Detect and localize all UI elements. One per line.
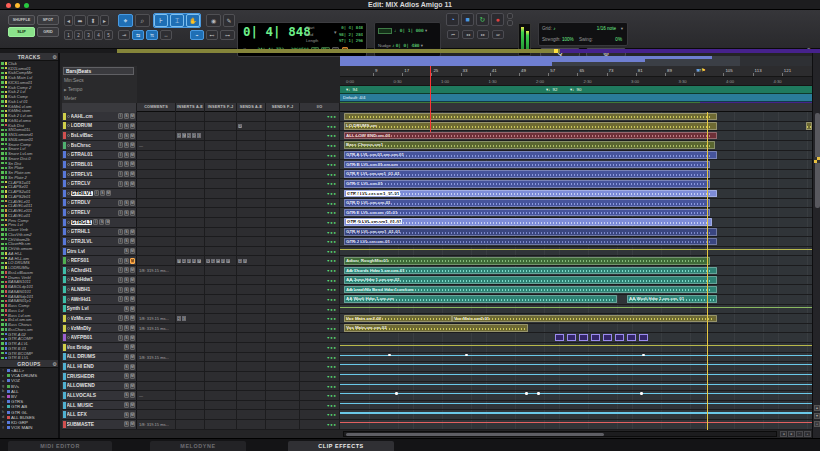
bottom-tab-midi-editor[interactable]: MIDI EDITOR [8,441,112,451]
automation-line[interactable] [340,374,812,375]
hzoom-in-icon[interactable]: + [804,431,811,437]
ruler-tempo-label[interactable]: ▶ Tempo [64,87,82,92]
horizontal-zoom-button[interactable]: ⬌ [74,15,86,26]
track-name-column-header[interactable] [62,103,137,112]
record-enable-icon[interactable] [67,211,70,214]
automation-line[interactable] [340,422,812,423]
insert-slot[interactable]: 2 [182,259,186,264]
solo-button[interactable]: S [124,277,129,283]
sends-fj-cell[interactable] [266,305,300,314]
tempo-ruler[interactable]: ▾♩94▾♩92▾♩90 [340,86,812,94]
sends-fj-cell[interactable] [266,353,300,362]
clip-gain-toggle-button[interactable]: ⊶ [220,30,235,40]
inserts-fj-cell[interactable] [205,247,237,256]
record-enable-icon[interactable] [67,115,70,118]
track-lane[interactable] [340,247,812,256]
sends-ae-cell[interactable] [237,141,266,150]
horizontal-scrollbar[interactable] [343,431,777,437]
inserts-fj-cell[interactable] [205,382,237,391]
track-lane[interactable]: GTR C LVL.cm-01 [340,179,812,188]
track-comment-cell[interactable]: — [137,391,176,400]
solo-button[interactable]: S [124,161,129,167]
input-monitor-button[interactable]: I [118,277,123,283]
io-cell[interactable]: ▾●● [300,151,340,160]
insert-slot[interactable]: M [182,133,186,138]
io-cell[interactable]: ▾●● [300,208,340,217]
solo-button[interactable]: S [124,421,129,427]
transport-option-b-button[interactable] [507,20,513,26]
io-cell[interactable]: ▾●● [300,382,340,391]
sends-fj-cell[interactable] [266,112,300,121]
inserts-fj-cell[interactable] [205,228,237,237]
mute-button[interactable]: M [130,344,135,350]
record-enable-icon[interactable] [67,240,70,243]
mute-button[interactable]: M [130,123,135,129]
record-enable-icon[interactable] [67,163,70,166]
mute-button[interactable]: M [130,200,135,206]
track-comment-cell[interactable] [137,343,176,352]
sends-ae-cell[interactable]: D [237,122,266,131]
grid-note-select-icon[interactable]: ♪ [553,26,555,31]
io-cell[interactable]: ▾●● [300,266,340,275]
track-name[interactable]: GTRAL01 [71,152,118,157]
inserts-fj-cell[interactable] [205,314,237,323]
pencil-tool-button[interactable]: ✎ [223,14,235,27]
mute-button[interactable]: M [130,287,135,293]
tab-to-transient-button[interactable]: ⇥ [118,30,130,40]
audio-clip[interactable]: Vox Main.cm-cm-02 [344,324,528,332]
inserts-ae-cell[interactable] [176,285,205,294]
sends-ae-cell[interactable] [237,160,266,169]
inserts-fj-cell[interactable] [205,324,237,333]
record-enable-icon[interactable] [67,192,70,195]
solo-button[interactable]: S [124,258,129,264]
input-monitor-button[interactable]: I [118,152,123,158]
record-enable-icon[interactable] [67,201,70,204]
inserts-ae-cell[interactable] [176,122,205,131]
track-lane[interactable]: GTR H LVL.cm.cm1_01-01 [340,228,812,237]
input-monitor-button[interactable]: I [118,200,123,206]
audio-clip[interactable]: GTR G LVL.cm.cm1_01-01 [344,218,712,226]
audio-clip[interactable]: Adios_RoughMix-01 [344,257,710,265]
inserts-fj-cell[interactable] [205,122,237,131]
track-name[interactable]: GTRGL1 [71,220,93,225]
grid-select-dropdown-icon[interactable]: ▾ [621,23,623,34]
mute-button[interactable]: M [130,306,135,312]
track-comment-cell[interactable] [137,208,176,217]
sends-fj-cell[interactable] [266,362,300,371]
track-comment-cell[interactable]: 1/8: 319.15 ms... [137,324,176,333]
groups-panel-gear-icon[interactable]: ⚙ [52,360,57,368]
mute-button[interactable]: M [130,383,135,389]
automation-line[interactable] [340,345,812,346]
inserts-ae-column-header[interactable]: INSERTS A-E [176,103,205,112]
track-name[interactable]: ALLOWEND [67,383,124,388]
insert-slot[interactable]: 3 [197,133,201,138]
record-enable-icon[interactable] [67,259,70,262]
nudge-value-dropdown-icon[interactable]: ▾ [421,43,423,48]
bars-beats-ruler[interactable]: 91725334149576573818997105113121 [340,66,812,77]
inserts-fj-cell[interactable] [205,179,237,188]
automation-breakpoint[interactable] [642,354,645,357]
automation-breakpoint[interactable] [465,354,468,357]
solo-button[interactable]: S [124,113,129,119]
track-lane[interactable]: GTR G LVL.cm.cm1_01-01 [340,218,812,227]
io-cell[interactable]: ▾●● [300,372,340,381]
track-lane[interactable]: LO DRUMS.cm [340,122,812,131]
sends-fj-cell[interactable] [266,189,300,198]
track-name[interactable]: AAHL.cm [71,114,118,119]
midi-clip[interactable] [639,334,648,341]
sends-ae-cell[interactable] [237,324,266,333]
input-monitor-button[interactable]: I [118,210,123,216]
solo-button[interactable]: S [124,152,129,158]
ruler-meter-label[interactable]: Meter [64,96,76,101]
scroll-up-icon[interactable]: ▲ [814,405,820,411]
sends-fj-cell[interactable] [266,141,300,150]
inserts-fj-cell[interactable] [205,151,237,160]
inserts-fj-cell[interactable] [205,285,237,294]
mute-button[interactable]: M [130,181,135,187]
track-lane[interactable] [340,372,812,381]
audio-clip[interactable]: LO DRUMS.cm [344,122,717,130]
track-comment-cell[interactable] [137,131,176,140]
audio-clip[interactable]: GTR F LVL.cm.cm1_01-01 [344,170,710,178]
midi-clip[interactable] [555,334,564,341]
mute-button[interactable]: M [130,113,135,119]
